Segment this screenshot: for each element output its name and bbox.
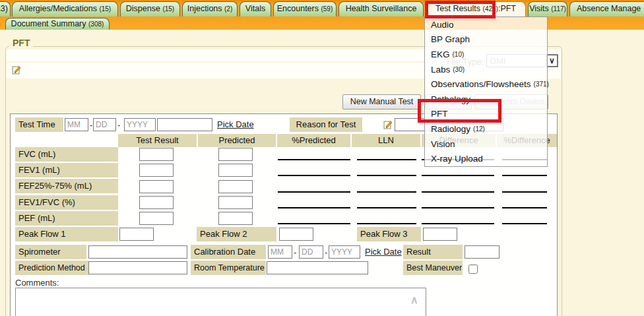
row-label-fef2575: FEF25%-75% (mL) <box>15 179 118 193</box>
tab-vitals[interactable]: Vitals <box>240 1 271 16</box>
comments-label: Comments: <box>15 278 59 288</box>
tab-absence-management[interactable]: Absence Manage <box>569 1 644 16</box>
col-header-lln: LLN <box>352 134 420 147</box>
menu-item-audio[interactable]: Audio <box>425 17 547 32</box>
calibration-date-label: Calibration Date <box>191 245 266 259</box>
row-label-fvc: FVC (mL) <box>15 147 118 162</box>
fvc-test-result-input[interactable] <box>139 148 174 161</box>
fef2575-predicted-input[interactable] <box>218 180 253 193</box>
reason-for-test-label: Reason for Test <box>290 117 362 132</box>
test-results-dropdown-menu: Audio BP Graph EKG(10) Labs(30) Observat… <box>424 16 548 167</box>
chevron-down-icon: ∨ <box>546 55 558 67</box>
peak-flow-1-input[interactable] <box>119 228 154 241</box>
fev1-predicted-input[interactable] <box>218 164 253 177</box>
tab-visits[interactable]: Visits (117) <box>528 1 567 16</box>
tab-injections[interactable]: Injections (2) <box>182 1 238 16</box>
annotation-box-pft-menu-item <box>418 99 501 123</box>
result-label: Result <box>403 245 463 259</box>
comments-textarea[interactable] <box>15 288 426 316</box>
fev1fvc-test-result-input[interactable] <box>139 196 174 209</box>
pef-test-result-input[interactable] <box>139 212 174 225</box>
peak-flow-2-label: Peak Flow 2 <box>197 227 276 241</box>
pick-date-link-calibration[interactable]: Pick Date <box>365 247 402 257</box>
menu-item-xray-upload[interactable]: X-ray Upload <box>425 151 547 166</box>
peak-flow-3-input[interactable] <box>423 228 457 241</box>
calibration-day-input[interactable] <box>299 245 323 259</box>
fev1fvc-predicted-input[interactable] <box>218 196 253 209</box>
tab-health-surveillance[interactable]: Health Surveillance <box>338 1 424 16</box>
menu-item-labs[interactable]: Labs(30) <box>425 62 547 77</box>
fev1-test-result-input[interactable] <box>139 164 174 177</box>
test-date-day-input[interactable] <box>93 118 116 131</box>
tab-document-summary[interactable]: Document Summary (308) <box>5 18 110 30</box>
row-label-pef: PEF (mL) <box>15 211 118 226</box>
spirometer-input[interactable] <box>88 245 187 259</box>
menu-item-observations-flowsheets[interactable]: Observations/Flowsheets(371) <box>425 77 547 92</box>
menu-item-vision[interactable]: Vision <box>425 137 547 152</box>
test-time-label: Test Time <box>15 117 63 132</box>
tab-encounters[interactable]: Encounters (59) <box>273 1 337 16</box>
pft-section-title: PFT <box>9 38 33 48</box>
test-date-month-input[interactable] <box>65 118 88 131</box>
room-temperature-input[interactable] <box>267 261 368 274</box>
best-maneuver-checkbox[interactable] <box>468 265 478 274</box>
result-input[interactable] <box>465 245 499 259</box>
prediction-method-input[interactable] <box>88 261 187 274</box>
row-label-fev1-fvc: FEV1/FVC (%) <box>15 195 118 210</box>
tab-dispense[interactable]: Dispense (15) <box>120 1 180 16</box>
menu-item-bp-graph[interactable]: BP Graph <box>425 32 547 47</box>
tab-allergies-medications[interactable]: Allergies/Medications (15) <box>12 1 118 16</box>
screen: 13) Allergies/Medications (15) Dispense … <box>0 0 644 316</box>
best-maneuver-label: Best Maneuver <box>403 261 463 275</box>
test-time-input[interactable] <box>157 118 212 131</box>
col-header-pct-predicted: %Predicted <box>277 134 350 147</box>
edit-reason-icon[interactable] <box>383 120 393 129</box>
scroll-up-icon[interactable]: ∧ <box>410 294 418 306</box>
annotation-box-test-results-tab <box>425 1 496 18</box>
fvc-predicted-input[interactable] <box>218 148 253 161</box>
new-manual-test-button[interactable]: New Manual Test <box>342 94 421 110</box>
menu-item-ekg[interactable]: EKG(10) <box>425 47 547 62</box>
col-header-test-result: Test Result <box>118 134 197 147</box>
pick-date-link-top[interactable]: Pick Date <box>217 119 254 129</box>
edit-note-icon[interactable] <box>12 65 21 75</box>
col-header-predicted: Predicted <box>198 134 276 147</box>
calibration-year-input[interactable] <box>329 245 360 259</box>
menu-item-radiology[interactable]: Radiology(12) <box>425 121 547 137</box>
spirometer-label: Spirometer <box>15 245 86 259</box>
tab-partial[interactable]: 13) <box>0 1 11 16</box>
peak-flow-1-label: Peak Flow 1 <box>15 227 118 241</box>
row-label-fev1: FEV1 (mL) <box>15 163 118 177</box>
pef-predicted-input[interactable] <box>218 212 253 225</box>
test-date-year-input[interactable] <box>124 118 156 131</box>
tab-bar-primary: 13) Allergies/Medications (15) Dispense … <box>0 0 644 16</box>
fef2575-test-result-input[interactable] <box>139 180 174 193</box>
peak-flow-2-input[interactable] <box>279 228 313 241</box>
room-temperature-label: Room Temperature <box>191 261 266 275</box>
peak-flow-3-label: Peak Flow 3 <box>357 227 421 241</box>
calibration-month-input[interactable] <box>268 245 292 259</box>
prediction-method-label: Prediction Method <box>15 261 88 275</box>
